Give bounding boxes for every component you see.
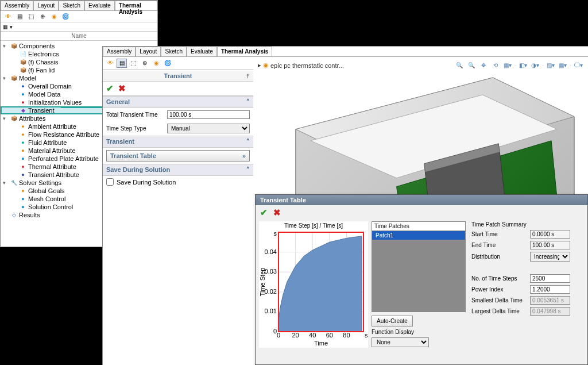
node-icon: ●	[20, 91, 26, 98]
n-steps-field[interactable]	[530, 274, 570, 283]
tab-evaluate[interactable]: Evaluate	[187, 47, 217, 56]
push-pin-icon[interactable]: ⫯	[246, 72, 250, 79]
step-type-select[interactable]: Manual	[167, 124, 250, 133]
svg-text:0.04: 0.04	[265, 248, 277, 255]
doc-icon[interactable]: ▤	[14, 12, 25, 21]
doc-icon[interactable]: ▤	[117, 59, 127, 68]
distribution-label: Distribution	[471, 253, 528, 260]
cube-icon: ◉	[263, 62, 269, 69]
pan-icon[interactable]: ✥	[478, 60, 489, 70]
node-icon: ●	[20, 155, 26, 162]
section-transient-header[interactable]: Transient˄	[103, 136, 253, 148]
node-label: Perforated Plate Attribute	[28, 155, 99, 162]
node-icon: ●	[20, 187, 26, 194]
chart-svg: 02040608000.010.020.030.04TimeTime Steps…	[259, 230, 368, 348]
prop-ok-cancel-row: ✔ ✖	[103, 82, 253, 96]
expander-icon[interactable]: ▾	[3, 180, 9, 186]
eye-icon[interactable]: 👁	[105, 59, 115, 68]
main-tabs: AssemblyLayoutSketchEvaluateThermal Anal…	[103, 47, 588, 57]
svg-text:80: 80	[343, 332, 350, 339]
node-label: Fluid Attribute	[28, 139, 67, 146]
chevron-right-icon: ▸	[258, 62, 261, 69]
node-label: Model Data	[28, 91, 60, 98]
hide-show-icon[interactable]: ◑▾	[530, 60, 540, 70]
node-icon: 📦	[10, 115, 17, 122]
tab-thermal-analysis[interactable]: Thermal Analysis	[115, 1, 157, 10]
node-icon: 📄	[20, 51, 26, 57]
distribution-select[interactable]: Increasing	[530, 252, 570, 262]
zoom-fit-icon[interactable]: 🔍	[454, 60, 465, 70]
scene-icon[interactable]: ▦▾	[558, 60, 568, 70]
patch-list[interactable]: Time Patches Patch1	[372, 221, 466, 312]
cancel-x-icon[interactable]: ✖	[273, 208, 281, 218]
expander-icon[interactable]: ▾	[3, 116, 9, 121]
node-label: Attributes	[19, 115, 45, 122]
tab-assembly[interactable]: Assembly	[103, 47, 136, 56]
function-display-select[interactable]: None	[372, 337, 429, 347]
swirl-icon[interactable]: 🌀	[163, 59, 173, 68]
save-during-solution-checkbox[interactable]	[106, 178, 114, 186]
section-save-header[interactable]: Save During Solution˄	[103, 164, 253, 176]
tab-sketch[interactable]: Sketch	[59, 1, 84, 10]
cursor-icon[interactable]: ⬚	[26, 12, 36, 21]
node-icon: 📦	[20, 59, 26, 66]
svg-text:0.01: 0.01	[265, 308, 277, 314]
node-label: Electronics	[28, 51, 59, 57]
cancel-x-icon[interactable]: ✖	[118, 83, 126, 94]
eye-icon[interactable]: 👁	[3, 12, 13, 21]
swirl-icon[interactable]: 🌀	[60, 12, 71, 21]
auto-create-button[interactable]: Auto-Create	[372, 316, 413, 326]
transient-table-dialog: Transient Table ✔ ✖ Time Step [s] / Time…	[255, 194, 588, 365]
expander-icon[interactable]: ▾	[3, 43, 9, 49]
start-time-field[interactable]	[530, 230, 570, 239]
node-label: Results	[19, 212, 40, 218]
target-icon[interactable]: ⊕	[37, 12, 48, 21]
node-icon: 📦	[20, 67, 26, 74]
svg-text:Time: Time	[314, 340, 328, 347]
summary-title: Time Patch Summary	[471, 221, 582, 228]
zoom-area-icon[interactable]: 🔍	[466, 60, 477, 70]
tab-sketch[interactable]: Sketch	[161, 47, 187, 56]
globe-icon[interactable]: ◉	[49, 12, 59, 21]
total-transient-time-row: Total Transient Time	[103, 108, 253, 121]
viewport-topbar: ▸ ◉ epic pc thermstatic contr... 🔍 🔍 ✥ ⟲…	[253, 59, 588, 71]
node-label: Transient Attribute	[28, 171, 79, 178]
section-general-header[interactable]: General˄	[103, 96, 253, 108]
ok-check-icon[interactable]: ✔	[260, 208, 268, 218]
largest-dt-field	[530, 307, 570, 316]
tab-thermal-analysis[interactable]: Thermal Analysis	[217, 47, 272, 56]
tab-layout[interactable]: Layout	[33, 1, 59, 10]
end-time-field[interactable]	[530, 241, 570, 249]
time-step-type-row: Time Step Type Manual	[103, 121, 253, 136]
node-label: Thermal Attribute	[28, 163, 76, 170]
node-icon: ●	[20, 147, 26, 154]
breadcrumb[interactable]: ▸ ◉ epic pc thermstatic contr...	[258, 62, 344, 69]
svg-text:0.03: 0.03	[265, 268, 277, 275]
node-icon: ◆	[20, 107, 26, 114]
ok-check-icon[interactable]: ✔	[106, 83, 114, 94]
appearance-icon[interactable]: ◧▾	[518, 60, 528, 70]
transient-table-button[interactable]: Transient Table»	[106, 150, 250, 162]
tab-assembly[interactable]: Assembly	[1, 1, 33, 10]
globe-icon[interactable]: ◉	[151, 59, 161, 68]
target-icon[interactable]: ⊕	[140, 59, 150, 68]
expander-icon[interactable]: ▾	[3, 75, 9, 81]
node-label: Model	[19, 75, 36, 82]
section-icon[interactable]: ▧▾	[546, 60, 556, 70]
filter-icon[interactable]: ▦ ▾	[3, 24, 13, 30]
cursor-icon[interactable]: ⬚	[128, 59, 138, 68]
tab-evaluate[interactable]: Evaluate	[84, 1, 115, 10]
smallest-dt-field	[530, 296, 570, 305]
tab-layout[interactable]: Layout	[136, 47, 161, 56]
power-index-field[interactable]	[530, 285, 570, 294]
start-time-label: Start Time	[471, 231, 528, 237]
total-time-input[interactable]	[167, 110, 250, 119]
node-icon: 📦	[10, 43, 17, 49]
screen-icon[interactable]: 🖵▾	[573, 60, 583, 70]
display-style-icon[interactable]: ▦▾	[502, 60, 513, 70]
svg-text:Time Step: Time Step	[259, 268, 266, 297]
svg-text:0: 0	[273, 328, 277, 335]
step-type-label: Time Step Type	[106, 125, 164, 132]
patch-item[interactable]: Patch1	[372, 231, 465, 240]
rotate-icon[interactable]: ⟲	[490, 60, 501, 70]
